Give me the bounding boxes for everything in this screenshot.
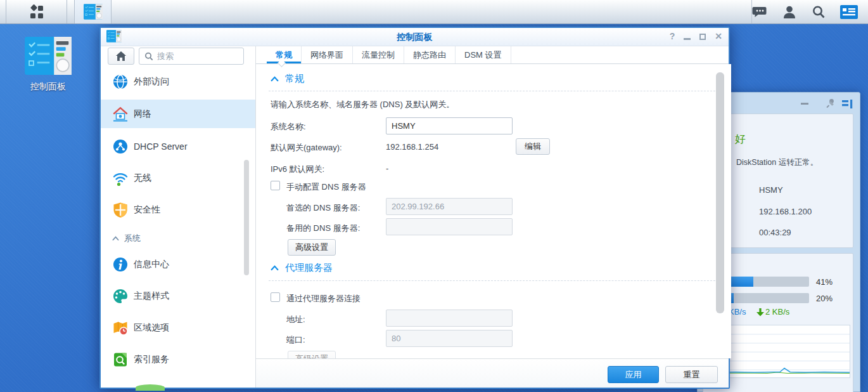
sidebar-section-system[interactable]: 系统 <box>112 233 141 244</box>
edit-gateway-button[interactable]: 编辑 <box>516 138 550 155</box>
main-menu-button[interactable] <box>6 0 67 23</box>
sidebar-item-label: 安全性 <box>134 204 160 216</box>
alternate-dns-input[interactable] <box>386 218 513 235</box>
home-button[interactable] <box>108 48 134 65</box>
globe-icon <box>112 74 129 90</box>
sidebar-item-external-access[interactable]: 外部访问 <box>101 70 255 94</box>
sidebar-item-info-center[interactable]: 信息中心 <box>101 252 255 277</box>
taskbar <box>0 0 868 24</box>
preferred-dns-label: 首选的 DNS 服务器: <box>286 202 360 214</box>
general-tab-content: 常规 请输入系统名称、域名服务器 (DNS) 及默认网关。 系统名称: 默认网关… <box>256 64 731 358</box>
control-panel-window: 控制面板 ? ✕ <box>99 27 730 389</box>
window-titlebar: 控制面板 ? ✕ <box>101 28 729 46</box>
download-speed-label: 2 KB/s <box>765 307 789 317</box>
user-icon[interactable] <box>782 4 797 20</box>
upload-speed-label: KB/s <box>729 307 746 317</box>
wifi-icon <box>112 170 129 186</box>
system-name-label: 系统名称: <box>271 121 306 133</box>
proxy-advanced-button[interactable]: 高级设置 <box>288 351 336 358</box>
sidebar-item-dhcp-server[interactable]: DHCP Server <box>101 134 255 159</box>
ipv6-gateway-value: - <box>386 164 388 173</box>
shield-icon <box>112 202 129 218</box>
help-button[interactable]: ? <box>670 31 675 41</box>
proxy-address-label: 地址: <box>286 314 305 325</box>
proxy-connect-label: 通过代理服务器连接 <box>286 293 361 304</box>
control-panel-app-icon <box>84 4 103 20</box>
tab-static-route[interactable]: 静态路由 <box>404 46 455 63</box>
maximize-button[interactable] <box>699 34 706 40</box>
alternate-dns-label: 备用的 DNS 服务器: <box>286 223 360 234</box>
proxy-connect-checkbox[interactable] <box>271 292 280 302</box>
health-message: DiskStation 运转正常。 <box>736 157 818 168</box>
content-scrollbar[interactable] <box>716 72 724 313</box>
ipv6-gateway-label: IPv6 默认网关: <box>271 164 324 175</box>
section-divider <box>269 91 718 91</box>
server-name-value: HSMY <box>759 185 783 195</box>
proxy-address-input[interactable] <box>386 310 513 327</box>
sidebar-item-partial-icon <box>136 384 165 391</box>
sidebar-item-regional-options[interactable]: 区域选项 <box>101 316 255 340</box>
sidebar-item-index-service[interactable]: 索引服务 <box>101 348 255 372</box>
window-title: 控制面板 <box>101 32 729 43</box>
chevron-up-icon <box>271 76 279 82</box>
uptime-value: 00:43:29 <box>759 228 791 237</box>
pin-icon[interactable] <box>825 98 836 109</box>
desktop: 控制面板 好 DiskStation 运转正常。 HSMY 192.168.1.… <box>0 0 868 392</box>
section-divider <box>269 280 718 281</box>
reset-button[interactable]: 重置 <box>665 366 718 383</box>
desktop-icon-control-panel[interactable]: 控制面板 <box>21 37 75 93</box>
sidebar-item-label: 网络 <box>134 108 151 120</box>
health-status-text: 好 <box>735 132 746 147</box>
sidebar-item-label: 主题样式 <box>134 291 169 302</box>
dhcp-icon <box>112 138 129 155</box>
sidebar-item-wireless[interactable]: 无线 <box>101 166 255 190</box>
widget-layout-icon[interactable] <box>842 100 853 109</box>
main-menu-grid-icon <box>29 4 44 20</box>
index-search-icon <box>112 351 129 368</box>
taskbar-tray <box>751 0 868 23</box>
sidebar-item-label: DHCP Server <box>134 141 188 152</box>
gateway-value: 192.168.1.254 <box>386 142 438 152</box>
taskbar-control-panel-button[interactable] <box>74 0 112 23</box>
chevron-up-icon <box>271 265 279 271</box>
sidebar-item-security[interactable]: 安全性 <box>101 198 255 222</box>
sidebar-item-network[interactable]: 网络 <box>101 100 255 128</box>
close-button[interactable]: ✕ <box>715 31 722 41</box>
sidebar-item-label: 信息中心 <box>134 259 169 270</box>
manual-dns-label: 手动配置 DNS 服务器 <box>286 181 366 193</box>
tab-network-interface[interactable]: 网络界面 <box>301 46 352 63</box>
tab-traffic-control[interactable]: 流量控制 <box>352 46 404 63</box>
section-general-header[interactable]: 常规 <box>271 73 304 85</box>
sidebar-scrollbar[interactable] <box>244 160 249 275</box>
preferred-dns-input[interactable] <box>386 198 513 215</box>
manual-dns-checkbox[interactable] <box>271 181 280 190</box>
chat-icon[interactable] <box>752 4 768 20</box>
search-icon[interactable] <box>811 4 826 20</box>
ram-usage-label: 20% <box>816 294 833 303</box>
ip-address-value: 192.168.1.200 <box>759 207 812 216</box>
chevron-up-icon <box>112 236 119 241</box>
search-input[interactable] <box>157 49 239 63</box>
control-panel-app-icon <box>24 37 72 75</box>
widgets-toggle-icon[interactable] <box>840 5 858 19</box>
general-description: 请输入系统名称、域名服务器 (DNS) 及默认网关。 <box>271 99 454 110</box>
info-icon <box>112 256 129 273</box>
minimize-button[interactable] <box>684 38 691 40</box>
sidebar-item-theme[interactable]: 主题样式 <box>101 284 255 308</box>
sidebar-search <box>139 48 244 65</box>
network-home-icon <box>112 106 129 122</box>
proxy-port-input[interactable] <box>386 330 513 347</box>
section-title: 常规 <box>285 73 304 85</box>
section-title: 代理服务器 <box>285 262 333 274</box>
widget-minimize-icon[interactable] <box>801 103 808 105</box>
sidebar-item-label: 索引服务 <box>134 354 169 365</box>
apply-button[interactable]: 应用 <box>608 366 659 383</box>
dns-advanced-button[interactable]: 高级设置 <box>288 239 336 256</box>
theme-palette-icon <box>112 288 129 304</box>
section-proxy-header[interactable]: 代理服务器 <box>271 262 333 274</box>
system-name-input[interactable] <box>386 117 513 134</box>
tab-dsm-settings[interactable]: DSM 设置 <box>455 46 511 63</box>
desktop-icon-label: 控制面板 <box>21 81 75 93</box>
tab-bar: 常规 网络界面 流量控制 静态路由 DSM 设置 <box>256 46 729 64</box>
network-activity-chart <box>716 325 850 378</box>
